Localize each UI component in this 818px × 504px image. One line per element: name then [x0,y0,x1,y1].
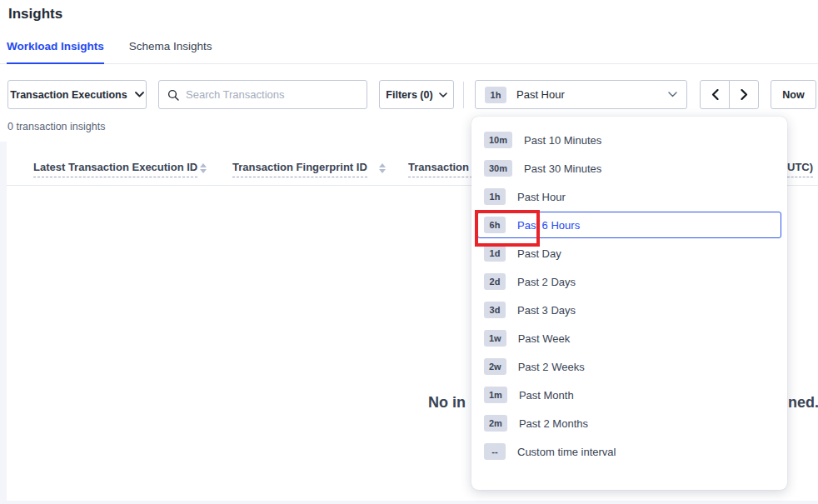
column-header-transaction-fingerprint-id[interactable]: Transaction Fingerprint ID [232,161,367,177]
time-option-past-week[interactable]: 1w Past Week [477,325,781,352]
time-option-label: Past 2 Months [519,417,588,430]
time-option-past-month[interactable]: 1m Past Month [477,382,781,408]
now-button[interactable]: Now [771,80,816,109]
time-option-badge: 1d [484,245,506,262]
chevron-down-icon [668,92,677,97]
time-option-custom-time-interval[interactable]: -- Custom time interval [477,438,781,465]
time-range-select[interactable]: 1h Past Hour [475,80,687,109]
now-button-label: Now [782,89,804,101]
time-option-past-6-hours[interactable]: 6h Past 6 Hours [477,212,781,238]
chevron-down-icon [439,92,447,97]
page-background-strip-left [0,142,7,504]
time-option-badge: 10m [484,132,512,148]
filters-button[interactable]: Filters (0) [379,80,454,109]
time-option-badge: 3d [484,302,506,318]
time-option-badge: 6h [484,217,506,233]
sort-icon[interactable] [200,163,207,173]
time-option-badge: 1m [484,387,507,403]
page-title: Insights [8,6,62,22]
time-option-label: Past 2 Days [517,276,576,288]
time-option-badge: 2d [484,273,506,290]
filters-button-label: Filters (0) [386,89,432,101]
time-option-badge: 2m [484,415,507,432]
page-background-strip-bottom [0,501,818,504]
time-option-label: Past 2 Weeks [518,361,585,373]
search-icon [167,89,179,101]
time-range-dropdown: 10m Past 10 Minutes 30m Past 30 Minutes … [471,117,787,490]
time-option-label: Past 10 Minutes [524,134,601,147]
chevron-left-icon [711,89,719,100]
time-range-label: Past Hour [516,88,668,101]
time-option-badge: 2w [484,358,506,375]
sort-icon[interactable] [379,163,386,173]
insights-page: Insights Workload Insights Schema Insigh… [0,0,818,504]
search-transactions-box[interactable] [158,80,367,109]
empty-state-text-right: ned. [788,394,818,412]
time-option-label: Past Day [517,247,561,260]
time-option-past-2-weeks[interactable]: 2w Past 2 Weeks [477,353,781,380]
time-option-label: Past 30 Minutes [524,162,601,175]
time-option-label: Past Hour [517,191,566,203]
time-option-past-day[interactable]: 1d Past Day [477,240,781,267]
time-option-past-30-minutes[interactable]: 30m Past 30 Minutes [477,155,781,182]
time-option-past-3-days[interactable]: 3d Past 3 Days [477,297,781,323]
tab-bar: Workload Insights Schema Insights [7,40,237,64]
time-back-button[interactable] [700,80,730,109]
time-option-past-10-minutes[interactable]: 10m Past 10 Minutes [477,127,781,153]
column-header-utc-clipped[interactable]: UTC) [787,161,813,177]
toolbar-divider [463,82,464,108]
time-option-label: Past Month [519,389,574,402]
time-option-badge: -- [484,443,506,460]
time-option-label: Past Week [518,332,571,345]
time-option-badge: 1w [484,330,506,347]
insight-type-select-label: Transaction Executions [10,89,127,101]
time-range-badge: 1h [485,87,506,103]
empty-state-text-left: No in [428,394,466,412]
time-option-label: Past 3 Days [517,304,576,317]
search-input[interactable] [186,88,358,101]
time-forward-button[interactable] [729,80,759,109]
tab-schema-insights[interactable]: Schema Insights [129,40,212,64]
time-option-past-2-days[interactable]: 2d Past 2 Days [477,268,781,295]
time-option-label: Custom time interval [517,446,616,458]
chevron-down-icon [135,92,144,97]
time-option-badge: 1h [484,188,506,205]
insights-count: 0 transaction insights [7,121,105,132]
time-option-badge: 30m [484,160,512,177]
insight-type-select[interactable]: Transaction Executions [7,80,147,109]
time-option-past-2-months[interactable]: 2m Past 2 Months [477,410,781,437]
chevron-right-icon [741,89,748,100]
time-option-label: Past 6 Hours [517,219,580,232]
column-header-latest-transaction-execution-id[interactable]: Latest Transaction Execution ID [33,161,197,177]
tab-workload-insights[interactable]: Workload Insights [7,40,104,64]
time-option-past-hour[interactable]: 1h Past Hour [477,183,781,210]
